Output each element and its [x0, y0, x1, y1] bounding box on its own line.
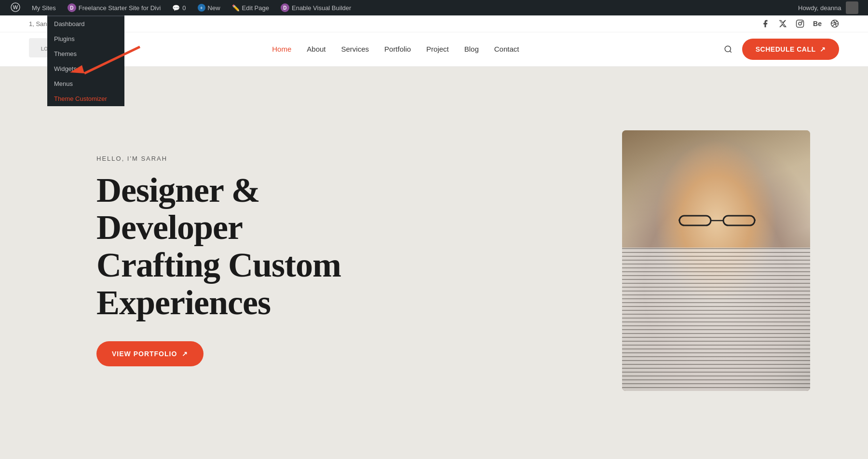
hero-image	[622, 130, 810, 391]
hero-title: Designer & Developer Crafting Custom Exp…	[96, 172, 386, 322]
nav-link-about[interactable]: About	[307, 45, 326, 53]
schedule-call-icon: ↗	[820, 45, 826, 53]
facebook-icon[interactable]	[761, 19, 770, 28]
admin-bar-comments[interactable]: 💬 0	[166, 0, 191, 15]
nav-item-home[interactable]: Home	[272, 45, 291, 54]
instagram-icon[interactable]	[796, 19, 804, 28]
behance-icon[interactable]: Be	[813, 19, 822, 28]
glasses-overlay	[678, 213, 756, 228]
nav-link-blog[interactable]: Blog	[464, 45, 479, 53]
portrait-background	[622, 130, 810, 391]
view-portfolio-label: VIEW PORTFOLIO	[112, 350, 177, 358]
admin-bar-edit-page[interactable]: ✏️ Edit Page	[226, 0, 275, 15]
nav-link-portfolio[interactable]: Portfolio	[384, 45, 411, 53]
svg-point-10	[725, 46, 731, 52]
svg-point-5	[799, 22, 801, 25]
svg-rect-13	[723, 216, 755, 225]
comment-icon: 💬	[172, 4, 180, 12]
admin-bar: W My Sites D Freelance Starter Site for …	[0, 0, 868, 15]
hero-subtitle: HELLO, I'M SARAH	[96, 155, 386, 162]
nav-item-portfolio[interactable]: Portfolio	[384, 45, 411, 54]
svg-point-6	[801, 21, 802, 22]
header-top: 1, San Francisco, CA 94220 Be	[0, 15, 868, 32]
admin-bar-comments-count: 0	[182, 4, 186, 12]
site-header: 1, San Francisco, CA 94220 Be LOGO	[0, 15, 868, 67]
wp-logo-icon: W	[11, 2, 20, 14]
dropdown-item-widgets[interactable]: Widgets	[47, 61, 124, 76]
admin-dropdown-menu: Dashboard Plugins Themes Widgets Menus T…	[47, 15, 124, 106]
admin-bar-my-sites-label: My Sites	[32, 4, 56, 12]
dropdown-item-plugins[interactable]: Plugins	[47, 31, 124, 46]
dribbble-icon[interactable]	[830, 19, 839, 28]
admin-avatar	[846, 1, 858, 14]
nav-link-contact[interactable]: Contact	[494, 45, 519, 53]
search-icon[interactable]	[724, 45, 732, 54]
dropdown-item-theme-customizer[interactable]: Theme Customizer	[47, 91, 124, 106]
nav-item-project[interactable]: Project	[426, 45, 449, 54]
admin-bar-my-sites[interactable]: My Sites	[26, 0, 62, 15]
header-nav: LOGO Home About Services Portfolio Proje…	[0, 32, 868, 66]
nav-item-contact[interactable]: Contact	[494, 45, 519, 54]
howdy-label: Howdy, deanna	[798, 4, 841, 12]
admin-bar-howdy: Howdy, deanna	[798, 1, 863, 14]
divi-logo-icon: D	[68, 3, 76, 12]
admin-bar-visual-builder[interactable]: D Enable Visual Builder	[275, 0, 357, 15]
hero-section: HELLO, I'M SARAH Designer & Developer Cr…	[0, 67, 868, 454]
nav-item-services[interactable]: Services	[341, 45, 369, 54]
svg-text:W: W	[13, 4, 18, 10]
nav-link-project[interactable]: Project	[426, 45, 449, 53]
admin-bar-site-name[interactable]: D Freelance Starter Site for Divi	[62, 0, 167, 15]
admin-bar-site-name-label: Freelance Starter Site for Divi	[79, 4, 161, 12]
nav-link-services[interactable]: Services	[341, 45, 369, 53]
nav-item-blog[interactable]: Blog	[464, 45, 479, 54]
admin-bar-edit-page-label: Edit Page	[242, 4, 269, 12]
admin-bar-visual-builder-label: Enable Visual Builder	[292, 4, 351, 12]
twitter-x-icon[interactable]	[778, 19, 787, 28]
hero-title-line3: Experiences	[96, 283, 271, 322]
header-socials: Be	[761, 19, 839, 28]
edit-icon: ✏️	[232, 4, 240, 12]
admin-bar-wp-logo[interactable]: W	[5, 0, 26, 15]
hero-content: HELLO, I'M SARAH Designer & Developer Cr…	[96, 155, 386, 366]
svg-rect-12	[679, 216, 711, 225]
nav-links: Home About Services Portfolio Project Bl…	[272, 45, 519, 54]
dropdown-item-menus[interactable]: Menus	[47, 76, 124, 91]
hero-title-line2: Crafting Custom	[96, 246, 341, 284]
svg-rect-4	[797, 20, 804, 28]
view-portfolio-icon: ↗	[182, 350, 188, 358]
admin-bar-new[interactable]: + New	[192, 0, 226, 15]
nav-link-home[interactable]: Home	[272, 45, 291, 53]
schedule-call-button[interactable]: SCHEDULE CALL ↗	[742, 39, 839, 60]
view-portfolio-button[interactable]: VIEW PORTFOLIO ↗	[96, 341, 203, 366]
dropdown-item-dashboard[interactable]: Dashboard	[47, 16, 124, 31]
svg-line-11	[730, 51, 731, 52]
nav-item-about[interactable]: About	[307, 45, 326, 54]
schedule-call-label: SCHEDULE CALL	[756, 45, 816, 53]
hero-title-line1: Designer & Developer	[96, 171, 260, 247]
divi-builder-icon: D	[281, 3, 289, 12]
new-icon: +	[198, 4, 205, 12]
dropdown-item-themes[interactable]: Themes	[47, 46, 124, 61]
admin-bar-new-label: New	[208, 4, 220, 12]
